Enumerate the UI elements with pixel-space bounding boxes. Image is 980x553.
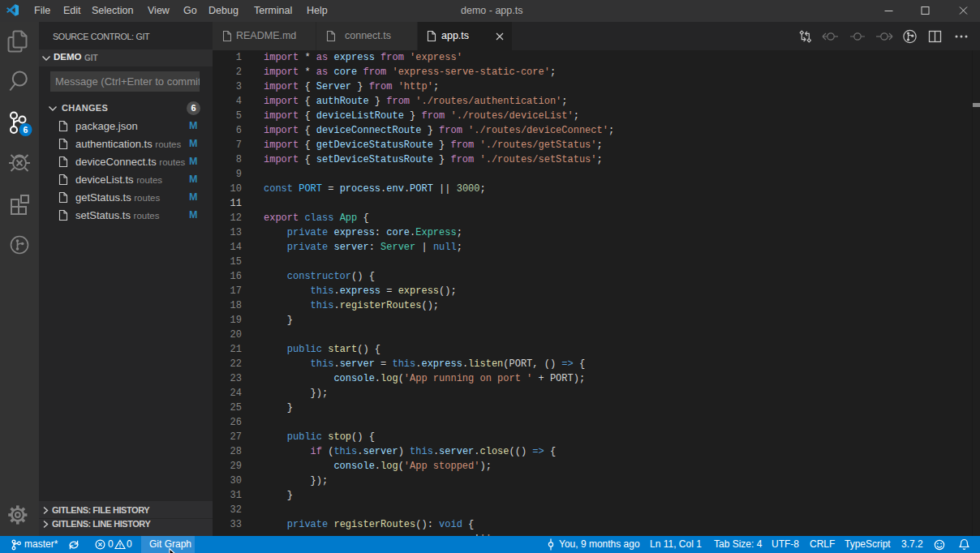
svg-text:6: 6 — [24, 125, 28, 135]
